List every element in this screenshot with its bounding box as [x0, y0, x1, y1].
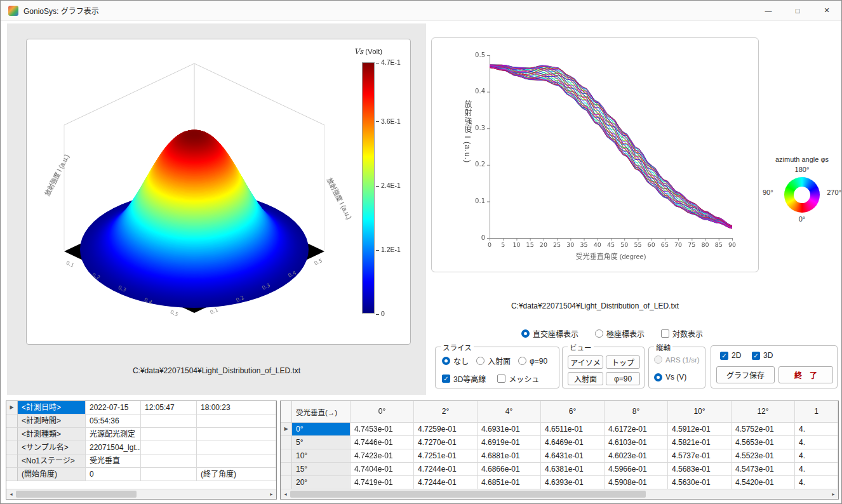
data-value-cell[interactable]: 4. — [795, 449, 838, 463]
data-value-cell[interactable]: 4.6103e-01 — [605, 436, 668, 449]
info-label-cell[interactable]: <計測種類> — [18, 428, 86, 441]
rect-coords-radio[interactable]: 直交座標表示 — [521, 328, 578, 339]
row-header-cell[interactable]: ▶ — [281, 423, 292, 436]
row-header-cell[interactable] — [6, 468, 18, 481]
row-header-cell[interactable] — [6, 454, 18, 468]
scroll-right-arrow-icon[interactable]: ► — [829, 489, 838, 499]
data-value-cell[interactable]: 4.7244e-01 — [414, 476, 478, 489]
save-graph-button[interactable]: グラフ保存 — [716, 366, 775, 383]
contour-3d-checkbox[interactable]: 3D等高線 — [442, 373, 486, 384]
data-value-cell[interactable]: 4.5752e-01 — [732, 423, 795, 436]
column-header-cell[interactable]: 0° — [351, 401, 414, 423]
data-value-cell[interactable]: 4. — [795, 476, 838, 489]
data-value-cell[interactable]: 4.7419e-01 — [351, 476, 414, 489]
data-value-cell[interactable]: 4.5683e-01 — [668, 463, 732, 476]
mesh-checkbox[interactable]: メッシュ — [497, 373, 539, 384]
column-header-cell[interactable]: 10° — [668, 401, 732, 423]
data-value-cell[interactable]: 4.6931e-01 — [478, 423, 541, 436]
column-header-cell[interactable]: 12° — [732, 401, 795, 423]
scroll-thumb[interactable] — [16, 491, 137, 498]
row-header-cell[interactable] — [281, 476, 292, 489]
info-value-cell[interactable]: 0 — [86, 468, 141, 481]
data-value-cell[interactable]: 4.6919e-01 — [478, 436, 541, 449]
column-header-cell[interactable]: 6° — [541, 401, 605, 423]
data-value-cell[interactable]: 4.6881e-01 — [478, 449, 541, 463]
slice-none-radio[interactable]: なし — [442, 355, 469, 366]
data-value-cell[interactable]: 4.5912e-01 — [668, 423, 732, 436]
row-label-cell[interactable]: 10° — [292, 449, 351, 463]
data-value-cell[interactable]: 4.5523e-01 — [732, 449, 795, 463]
data-value-cell[interactable]: 4.5908e-01 — [605, 476, 668, 489]
row-header-cell[interactable] — [6, 441, 18, 454]
info-value-cell[interactable] — [197, 441, 276, 454]
info-label-cell[interactable]: (開始角度) — [18, 468, 86, 481]
row-label-cell[interactable]: 5° — [292, 436, 351, 449]
data-value-cell[interactable]: 4.6172e-01 — [605, 423, 668, 436]
slice-phi90-radio[interactable]: φ=90 — [518, 355, 547, 366]
view-incidence-button[interactable]: 入射面 — [568, 372, 603, 385]
view-phi90-button[interactable]: φ=90 — [606, 372, 640, 385]
info-value-cell[interactable] — [141, 454, 197, 468]
info-label-cell[interactable]: <サンプル名> — [18, 441, 86, 454]
axis-corner-header-cell[interactable]: 受光垂直(→)受光水平(↓) — [292, 401, 351, 423]
info-value-cell[interactable] — [197, 414, 276, 428]
column-header-cell[interactable]: 8° — [605, 401, 668, 423]
scroll-thumb[interactable] — [290, 491, 646, 498]
data-value-cell[interactable]: 4.6431e-01 — [541, 449, 605, 463]
data-value-cell[interactable]: 4.5737e-01 — [668, 449, 732, 463]
data-value-cell[interactable]: 4.5630e-01 — [668, 476, 732, 489]
data-value-cell[interactable]: 4.7251e-01 — [414, 449, 478, 463]
row-header-cell[interactable] — [281, 463, 292, 476]
row-header-cell[interactable]: ▶ — [6, 401, 18, 414]
row-header-cell[interactable] — [281, 436, 292, 449]
scroll-right-arrow-icon[interactable]: ► — [267, 489, 276, 499]
info-value-cell[interactable] — [197, 428, 276, 441]
data-value-cell[interactable]: 4.7244e-01 — [414, 463, 478, 476]
row-header-cell[interactable] — [281, 449, 292, 463]
data-value-cell[interactable]: 4.6511e-01 — [541, 423, 605, 436]
data-value-cell[interactable]: 4. — [795, 463, 838, 476]
scroll-left-arrow-icon[interactable]: ◄ — [6, 489, 16, 499]
info-value-cell[interactable] — [141, 414, 197, 428]
data-value-cell[interactable]: 4.6469e-01 — [541, 436, 605, 449]
column-header-cell[interactable]: 4° — [478, 401, 541, 423]
row-label-cell[interactable]: 20° — [292, 476, 351, 489]
data-value-cell[interactable]: 4.7423e-01 — [351, 449, 414, 463]
info-value-cell[interactable]: 2022-07-15 — [86, 401, 141, 414]
data-value-cell[interactable]: 4.6866e-01 — [478, 463, 541, 476]
row-label-cell[interactable]: 0° — [292, 423, 351, 436]
info-value-cell[interactable]: 05:54:36 — [86, 414, 141, 428]
scroll-left-arrow-icon[interactable]: ◄ — [281, 489, 290, 499]
minimize-button[interactable]: — — [754, 1, 783, 20]
info-value-cell[interactable] — [141, 468, 197, 481]
polar-coords-radio[interactable]: 極座標表示 — [595, 328, 645, 339]
data-value-cell[interactable]: 4.6381e-01 — [541, 463, 605, 476]
info-value-cell[interactable] — [141, 441, 197, 454]
data-value-cell[interactable]: 4.6393e-01 — [541, 476, 605, 489]
row-header-cell[interactable] — [6, 428, 18, 441]
info-value-cell[interactable]: 光源配光測定 — [86, 428, 141, 441]
data-value-cell[interactable]: 4.5420e-01 — [732, 476, 795, 489]
view-isometric-button[interactable]: アイソメ — [568, 355, 603, 369]
info-label-cell[interactable]: <No1ステージ> — [18, 454, 86, 468]
data-value-cell[interactable]: 4.5821e-01 — [668, 436, 732, 449]
column-header-cell[interactable]: 1 — [795, 401, 838, 423]
column-header-cell[interactable]: 2° — [414, 401, 478, 423]
info-label-cell[interactable]: <計測日時> — [18, 401, 86, 414]
info-value-cell[interactable]: 12:05:47 — [141, 401, 197, 414]
row-label-cell[interactable]: 15° — [292, 463, 351, 476]
data-value-cell[interactable]: 4.7404e-01 — [351, 463, 414, 476]
info-label-cell[interactable]: <計測時間> — [18, 414, 86, 428]
data-value-cell[interactable]: 4.7270e-01 — [414, 436, 478, 449]
slice-incidence-radio[interactable]: 入射面 — [476, 355, 511, 366]
data-value-cell[interactable]: 4.7453e-01 — [351, 423, 414, 436]
info-value-cell[interactable]: 22071504_lgt... — [86, 441, 141, 454]
log-display-checkbox[interactable]: 対数表示 — [661, 328, 703, 339]
data-value-cell[interactable]: 4.7259e-01 — [414, 423, 478, 436]
data-value-cell[interactable]: 4.6023e-01 — [605, 449, 668, 463]
info-value-cell[interactable]: 受光垂直 — [86, 454, 141, 468]
info-value-cell[interactable]: 18:00:23 — [197, 401, 276, 414]
exit-button[interactable]: 終 了 — [779, 366, 833, 383]
data-value-cell[interactable]: 4.5473e-01 — [732, 463, 795, 476]
toggle-2d-checkbox[interactable]: 2D — [720, 351, 741, 360]
